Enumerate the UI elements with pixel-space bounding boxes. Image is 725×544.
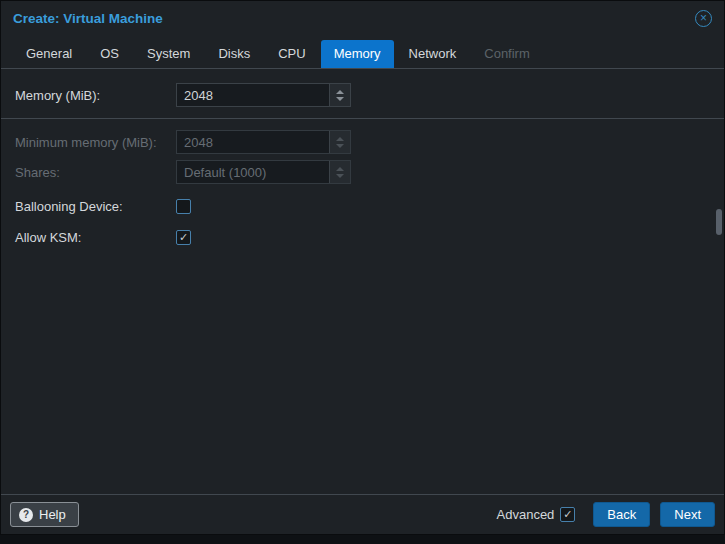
tab-general[interactable]: General bbox=[13, 40, 85, 68]
memory-value: 2048 bbox=[177, 88, 329, 103]
spinner-down-icon[interactable] bbox=[336, 97, 344, 101]
shares-value: Default (1000) bbox=[177, 165, 329, 180]
shares-spinner bbox=[329, 161, 350, 183]
dialog-titlebar: Create: Virtual Machine × bbox=[1, 1, 724, 35]
advanced-checkbox[interactable]: ✓ bbox=[560, 507, 575, 522]
tab-memory[interactable]: Memory bbox=[321, 40, 394, 68]
section-divider bbox=[1, 118, 724, 119]
shares-input: Default (1000) bbox=[176, 160, 351, 184]
create-vm-dialog: Create: Virtual Machine × General OS Sys… bbox=[0, 0, 725, 535]
ballooning-label: Ballooning Device: bbox=[15, 199, 176, 214]
ksm-row: Allow KSM: ✓ bbox=[15, 225, 710, 249]
tab-os[interactable]: OS bbox=[87, 40, 132, 68]
back-button[interactable]: Back bbox=[593, 502, 650, 527]
spinner-down-icon bbox=[336, 144, 344, 148]
tab-cpu[interactable]: CPU bbox=[265, 40, 318, 68]
next-button[interactable]: Next bbox=[660, 502, 715, 527]
memory-spinner[interactable] bbox=[329, 84, 350, 106]
form-body: Memory (MiB): 2048 Minimum memory (MiB):… bbox=[1, 69, 724, 496]
tab-disks[interactable]: Disks bbox=[205, 40, 263, 68]
footer-actions: Advanced ✓ Back Next bbox=[497, 502, 715, 527]
question-icon: ? bbox=[19, 508, 33, 522]
dialog-title: Create: Virtual Machine bbox=[13, 11, 163, 26]
help-button[interactable]: ? Help bbox=[10, 502, 79, 527]
min-memory-spinner bbox=[329, 131, 350, 153]
min-memory-label: Minimum memory (MiB): bbox=[15, 135, 176, 150]
tab-network[interactable]: Network bbox=[396, 40, 470, 68]
memory-label: Memory (MiB): bbox=[15, 88, 176, 103]
help-button-label: Help bbox=[39, 507, 66, 522]
ballooning-checkbox[interactable]: ✓ bbox=[176, 199, 191, 214]
ksm-label: Allow KSM: bbox=[15, 230, 176, 245]
tab-bar: General OS System Disks CPU Memory Netwo… bbox=[1, 35, 724, 69]
close-icon[interactable]: × bbox=[695, 10, 712, 27]
min-memory-row: Minimum memory (MiB): 2048 bbox=[15, 130, 710, 154]
spinner-up-icon bbox=[336, 137, 344, 141]
tab-confirm: Confirm bbox=[471, 40, 543, 68]
dialog-footer: ? Help Advanced ✓ Back Next bbox=[1, 494, 724, 534]
memory-row: Memory (MiB): 2048 bbox=[15, 83, 710, 107]
min-memory-input: 2048 bbox=[176, 130, 351, 154]
advanced-group: Advanced ✓ bbox=[497, 507, 576, 522]
tab-system[interactable]: System bbox=[134, 40, 203, 68]
check-icon: ✓ bbox=[179, 232, 188, 243]
shares-row: Shares: Default (1000) bbox=[15, 160, 710, 184]
spinner-up-icon[interactable] bbox=[336, 90, 344, 94]
min-memory-value: 2048 bbox=[177, 135, 329, 150]
ksm-checkbox[interactable]: ✓ bbox=[176, 230, 191, 245]
advanced-label: Advanced bbox=[497, 507, 555, 522]
ballooning-row: Ballooning Device: ✓ bbox=[15, 194, 710, 218]
memory-input[interactable]: 2048 bbox=[176, 83, 351, 107]
scrollbar-thumb[interactable] bbox=[716, 209, 722, 235]
spinner-up-icon bbox=[336, 167, 344, 171]
check-icon: ✓ bbox=[563, 509, 572, 520]
shares-label: Shares: bbox=[15, 165, 176, 180]
spinner-down-icon bbox=[336, 174, 344, 178]
